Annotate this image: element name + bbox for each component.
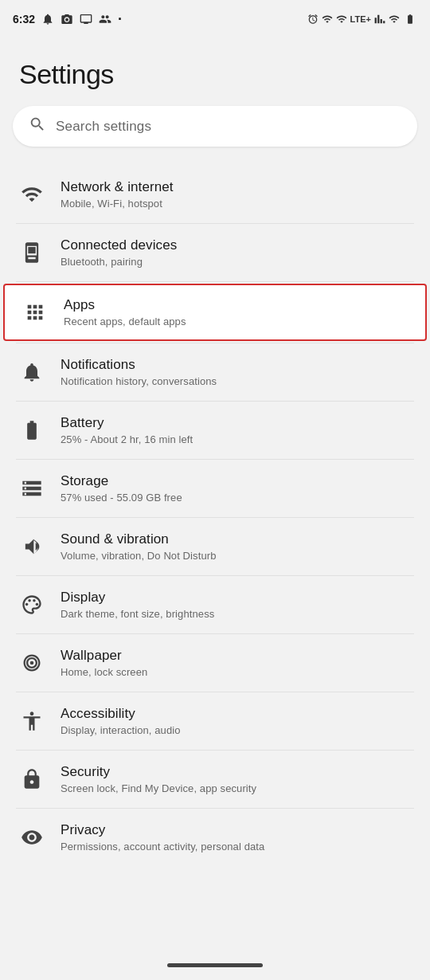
- svg-rect-1: [28, 247, 35, 253]
- apps-text: Apps Recent apps, default apps: [64, 297, 186, 327]
- privacy-subtitle: Permissions, account activity, personal …: [61, 841, 264, 853]
- connected-subtitle: Bluetooth, pairing: [61, 256, 177, 268]
- security-text: Security Screen lock, Find My Device, ap…: [61, 764, 256, 794]
- battery-icon: [403, 14, 417, 25]
- settings-item-storage[interactable]: Storage 57% used - 55.09 GB free: [0, 460, 430, 517]
- svg-point-2: [25, 603, 28, 606]
- apps-title: Apps: [64, 297, 186, 313]
- svg-point-4: [33, 599, 35, 602]
- settings-item-security[interactable]: Security Screen lock, Find My Device, ap…: [0, 751, 430, 808]
- accessibility-text: Accessibility Display, interaction, audi…: [61, 706, 181, 736]
- wifi-bars-icon: [389, 14, 400, 25]
- connected-title: Connected devices: [61, 237, 177, 253]
- network-title: Network & internet: [61, 179, 174, 195]
- settings-item-wallpaper[interactable]: Wallpaper Home, lock screen: [0, 634, 430, 692]
- display-icon: [18, 594, 46, 616]
- users-icon: [99, 13, 111, 25]
- network-subtitle: Mobile, Wi-Fi, hotspot: [61, 198, 174, 210]
- connected-icon: [18, 241, 46, 264]
- accessibility-icon: [18, 710, 46, 732]
- battery-text: Battery 25% - About 2 hr, 16 min left: [61, 415, 193, 445]
- battery-subtitle: 25% - About 2 hr, 16 min left: [61, 433, 193, 445]
- security-icon: [18, 768, 46, 790]
- status-left: 6:32 ·: [13, 12, 122, 26]
- settings-item-notifications[interactable]: Notifications Notification history, conv…: [0, 343, 430, 401]
- notifications-title: Notifications: [61, 357, 217, 373]
- wallpaper-icon: [18, 652, 46, 674]
- lte-label: LTE+: [350, 14, 371, 24]
- signal-grid-icon: [322, 14, 333, 25]
- alarm-icon: [307, 14, 319, 25]
- wallpaper-subtitle: Home, lock screen: [61, 666, 147, 678]
- wifi-signal-icon: [336, 14, 347, 25]
- battery-title: Battery: [61, 415, 193, 431]
- status-bar: 6:32 · LTE+: [0, 0, 430, 35]
- dot-indicator: ·: [118, 12, 122, 26]
- storage-icon: [18, 477, 46, 500]
- svg-point-3: [28, 599, 31, 602]
- settings-item-connected[interactable]: Connected devices Bluetooth, pairing: [0, 224, 430, 281]
- settings-item-battery[interactable]: Battery 25% - About 2 hr, 16 min left: [0, 402, 430, 459]
- settings-item-sound[interactable]: Sound & vibration Volume, vibration, Do …: [0, 518, 430, 575]
- bottom-indicator: [167, 963, 263, 967]
- search-placeholder-text: Search settings: [56, 119, 151, 135]
- search-bar[interactable]: Search settings: [13, 106, 417, 147]
- storage-text: Storage 57% used - 55.09 GB free: [61, 473, 182, 504]
- display-text: Display Dark theme, font size, brightnes…: [61, 590, 214, 620]
- screen-icon: [80, 13, 92, 25]
- accessibility-subtitle: Display, interaction, audio: [61, 724, 181, 736]
- bottom-bar: [0, 951, 430, 980]
- apps-subtitle: Recent apps, default apps: [64, 316, 186, 327]
- camera-icon: [61, 13, 73, 25]
- accessibility-title: Accessibility: [61, 706, 181, 722]
- notification-icon: [41, 13, 54, 25]
- signal-bars-icon: [374, 14, 385, 25]
- notifications-subtitle: Notification history, conversations: [61, 375, 217, 387]
- settings-item-accessibility[interactable]: Accessibility Display, interaction, audi…: [0, 692, 430, 750]
- storage-title: Storage: [61, 473, 182, 489]
- sound-icon: [18, 535, 46, 558]
- network-text: Network & internet Mobile, Wi-Fi, hotspo…: [61, 179, 174, 210]
- status-right: LTE+: [307, 14, 417, 25]
- wallpaper-title: Wallpaper: [61, 648, 147, 664]
- network-icon: [18, 183, 46, 206]
- security-subtitle: Screen lock, Find My Device, app securit…: [61, 782, 256, 794]
- privacy-text: Privacy Permissions, account activity, p…: [61, 822, 264, 853]
- privacy-icon: [18, 826, 46, 849]
- storage-subtitle: 57% used - 55.09 GB free: [61, 492, 182, 504]
- settings-item-network[interactable]: Network & internet Mobile, Wi-Fi, hotspo…: [0, 166, 430, 223]
- privacy-title: Privacy: [61, 822, 264, 838]
- sound-subtitle: Volume, vibration, Do Not Disturb: [61, 550, 217, 562]
- svg-point-5: [36, 603, 39, 606]
- search-container[interactable]: Search settings: [13, 106, 417, 147]
- battery-settings-icon: [18, 419, 46, 441]
- notifications-text: Notifications Notification history, conv…: [61, 357, 217, 387]
- sound-text: Sound & vibration Volume, vibration, Do …: [61, 531, 217, 562]
- security-title: Security: [61, 764, 256, 780]
- status-time: 6:32: [13, 13, 35, 25]
- svg-point-6: [30, 661, 34, 665]
- svg-point-0: [65, 18, 68, 22]
- settings-item-display[interactable]: Display Dark theme, font size, brightnes…: [0, 576, 430, 633]
- wallpaper-text: Wallpaper Home, lock screen: [61, 648, 147, 678]
- settings-item-apps[interactable]: Apps Recent apps, default apps: [3, 284, 427, 341]
- search-icon: [29, 116, 46, 137]
- settings-item-privacy[interactable]: Privacy Permissions, account activity, p…: [0, 809, 430, 866]
- settings-list: Network & internet Mobile, Wi-Fi, hotspo…: [0, 159, 430, 872]
- notifications-icon: [18, 361, 46, 383]
- page-title: Settings: [0, 35, 430, 106]
- display-title: Display: [61, 590, 214, 606]
- display-subtitle: Dark theme, font size, brightness: [61, 608, 214, 620]
- connected-text: Connected devices Bluetooth, pairing: [61, 237, 177, 268]
- apps-icon: [21, 301, 49, 323]
- sound-title: Sound & vibration: [61, 531, 217, 547]
